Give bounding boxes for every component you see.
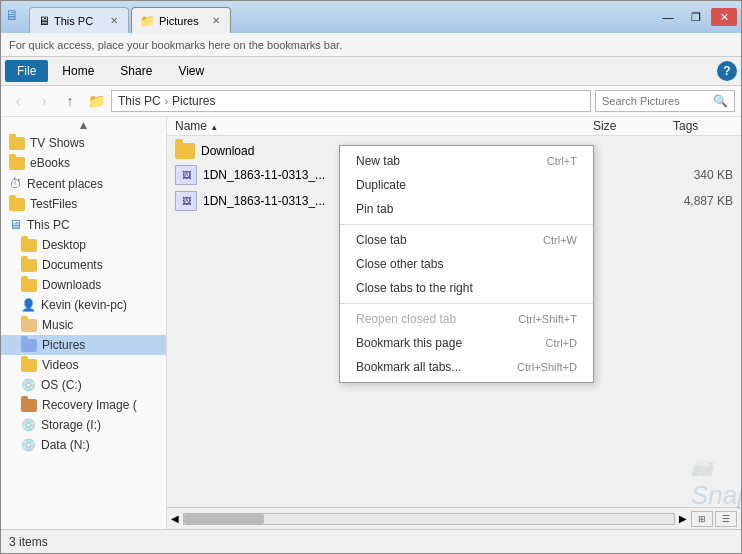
menu-item-close-other-tabs[interactable]: Close other tabs — [340, 252, 593, 276]
menu-item-label: Close tab — [356, 233, 407, 247]
sidebar-item-ebooks[interactable]: eBooks — [1, 153, 166, 173]
sidebar-label: This PC — [27, 218, 70, 232]
pictures-folder-icon — [21, 339, 37, 352]
up-button[interactable]: ↑ — [59, 90, 81, 112]
menu-item-bookmark-page[interactable]: Bookmark this page Ctrl+D — [340, 331, 593, 355]
ribbon-tab-file[interactable]: File — [5, 60, 48, 82]
menu-item-label: Pin tab — [356, 202, 393, 216]
menu-shortcut: Ctrl+Shift+T — [518, 313, 577, 325]
sidebar-item-pictures[interactable]: Pictures — [1, 335, 166, 355]
folder-icon — [175, 143, 195, 159]
search-box[interactable]: 🔍 — [595, 90, 735, 112]
ribbon-tab-home[interactable]: Home — [50, 60, 106, 82]
sidebar-item-downloads[interactable]: Downloads — [1, 275, 166, 295]
search-input[interactable] — [602, 95, 709, 107]
statusbar: 3 items — [1, 529, 741, 553]
menu-item-label: New tab — [356, 154, 400, 168]
menu-item-new-tab[interactable]: New tab Ctrl+T — [340, 149, 593, 173]
ribbon-help-button[interactable]: ? — [717, 61, 737, 81]
menu-item-bookmark-all-tabs[interactable]: Bookmark all tabs... Ctrl+Shift+D — [340, 355, 593, 379]
window-controls: — ❐ ✕ — [655, 8, 737, 26]
sidebar-label: Videos — [42, 358, 78, 372]
sidebar-item-storage[interactable]: 💿 Storage (I:) — [1, 415, 166, 435]
content-header: Name ▲ Size Tags — [167, 117, 741, 136]
menu-item-close-tabs-right[interactable]: Close tabs to the right — [340, 276, 593, 300]
menu-item-label: Reopen closed tab — [356, 312, 456, 326]
menu-item-close-tab[interactable]: Close tab Ctrl+W — [340, 228, 593, 252]
tabs-container: 🖥 This PC ✕ 📁 Pictures ✕ — [29, 1, 655, 33]
tab-this-pc[interactable]: 🖥 This PC ✕ — [29, 7, 129, 33]
back-button[interactable]: ‹ — [7, 90, 29, 112]
scrollbar-thumb[interactable] — [184, 514, 264, 524]
horizontal-scrollbar[interactable] — [183, 513, 675, 525]
scroll-right-btn[interactable]: ▶ — [679, 513, 687, 524]
sidebar-label: Pictures — [42, 338, 85, 352]
sidebar-item-data[interactable]: 💿 Data (N:) — [1, 435, 166, 455]
sidebar-item-videos[interactable]: Videos — [1, 355, 166, 375]
scroll-left-btn[interactable]: ◀ — [171, 513, 179, 524]
file-size: 4,887 KB — [653, 194, 733, 208]
image-icon: 🖼 — [175, 191, 197, 211]
sidebar-label: Downloads — [42, 278, 101, 292]
col-header-tags[interactable]: Tags — [673, 119, 733, 133]
forward-button[interactable]: › — [33, 90, 55, 112]
restore-button[interactable]: ❐ — [683, 8, 709, 26]
sidebar-label: Desktop — [42, 238, 86, 252]
menu-item-reopen-closed-tab[interactable]: Reopen closed tab Ctrl+Shift+T — [340, 307, 593, 331]
sidebar-item-os-c[interactable]: 💿 OS (C:) — [1, 375, 166, 395]
menu-item-pin-tab[interactable]: Pin tab — [340, 197, 593, 221]
search-icon: 🔍 — [713, 94, 728, 108]
tab-pictures[interactable]: 📁 Pictures ✕ — [131, 7, 231, 33]
sidebar: ▲ TV Shows eBooks ⏱ Recent places TestFi… — [1, 117, 167, 529]
folder-icon — [9, 157, 25, 170]
col-header-name[interactable]: Name ▲ — [175, 119, 593, 133]
menu-shortcut: Ctrl+W — [543, 234, 577, 246]
content-footer: ◀ ▶ ⊞ ☰ — [167, 507, 741, 529]
address-bar-icon: 📁 — [85, 90, 107, 112]
sidebar-label: Documents — [42, 258, 103, 272]
ribbon-tab-view[interactable]: View — [166, 60, 216, 82]
close-button[interactable]: ✕ — [711, 8, 737, 26]
sidebar-label: eBooks — [30, 156, 70, 170]
sidebar-item-testfiles[interactable]: TestFiles — [1, 194, 166, 214]
sidebar-label: Storage (I:) — [41, 418, 101, 432]
menu-item-label: Bookmark all tabs... — [356, 360, 461, 374]
main-window: 🖥 🖥 This PC ✕ 📁 Pictures ✕ — ❐ ✕ For qui… — [0, 0, 742, 554]
sidebar-item-recent-places[interactable]: ⏱ Recent places — [1, 173, 166, 194]
ribbon: File Home Share View ? — [1, 57, 741, 86]
menu-item-duplicate[interactable]: Duplicate — [340, 173, 593, 197]
tab-label-pictures: Pictures — [159, 15, 199, 27]
sidebar-item-desktop[interactable]: Desktop — [1, 235, 166, 255]
tab-close-this-pc[interactable]: ✕ — [108, 15, 120, 26]
ribbon-tab-share[interactable]: Share — [108, 60, 164, 82]
sidebar-label: TestFiles — [30, 197, 77, 211]
bookmark-bar: For quick access, place your bookmarks h… — [1, 33, 741, 57]
sidebar-label: Data (N:) — [41, 438, 90, 452]
titlebar: 🖥 🖥 This PC ✕ 📁 Pictures ✕ — ❐ ✕ — [1, 1, 741, 33]
list-view-button[interactable]: ☰ — [715, 511, 737, 527]
sidebar-label: Recent places — [27, 177, 103, 191]
breadcrumb-pictures[interactable]: Pictures — [172, 94, 215, 108]
sidebar-item-kevin[interactable]: 👤 Kevin (kevin-pc) — [1, 295, 166, 315]
sidebar-item-recovery[interactable]: Recovery Image ( — [1, 395, 166, 415]
sidebar-item-documents[interactable]: Documents — [1, 255, 166, 275]
items-count: 3 items — [9, 535, 48, 549]
tab-close-pictures[interactable]: ✕ — [210, 15, 222, 26]
folder-icon — [21, 279, 37, 292]
sidebar-item-this-pc[interactable]: 🖥 This PC — [1, 214, 166, 235]
menu-shortcut: Ctrl+Shift+D — [517, 361, 577, 373]
sidebar-item-music[interactable]: Music — [1, 315, 166, 335]
sidebar-item-tv-shows[interactable]: TV Shows — [1, 133, 166, 153]
minimize-button[interactable]: — — [655, 8, 681, 26]
sidebar-scroll-up[interactable]: ▲ — [1, 117, 166, 133]
drive-icon: 💿 — [21, 418, 36, 432]
breadcrumb[interactable]: This PC › Pictures — [111, 90, 591, 112]
grid-view-button[interactable]: ⊞ — [691, 511, 713, 527]
menu-item-label: Close other tabs — [356, 257, 443, 271]
ribbon-tabs: File Home Share View ? — [1, 57, 741, 85]
main-area: ▲ TV Shows eBooks ⏱ Recent places TestFi… — [1, 117, 741, 529]
sidebar-label: TV Shows — [30, 136, 85, 150]
col-header-size[interactable]: Size — [593, 119, 673, 133]
breadcrumb-this-pc[interactable]: This PC — [118, 94, 161, 108]
breadcrumb-sep: › — [165, 96, 168, 107]
